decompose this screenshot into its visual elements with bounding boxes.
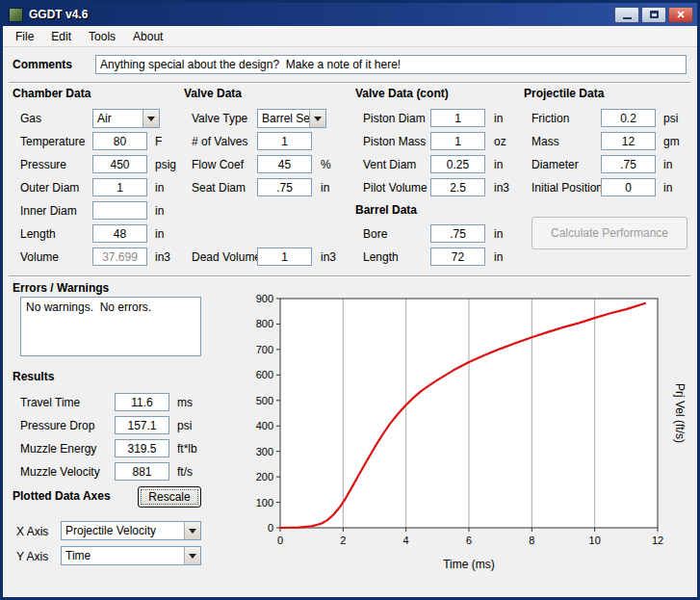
svg-text:400: 400 [256,420,273,431]
outer-diam-field[interactable] [92,178,147,196]
svg-text:600: 600 [256,369,273,380]
chamber-length-field[interactable] [92,224,147,243]
menu-edit[interactable]: Edit [42,28,80,45]
temperature-unit: F [155,135,162,148]
x-axis-dropdown-button[interactable] [184,522,200,539]
svg-text:4: 4 [403,535,409,546]
travel-time-field [115,393,169,411]
inner-diam-field[interactable] [92,201,147,220]
y-axis-dropdown-button[interactable] [184,547,200,564]
barrel-length-field[interactable] [430,248,485,266]
pressure-drop-field [115,416,169,434]
inner-diam-unit: in [155,204,164,218]
piston-mass-field[interactable] [430,132,485,150]
chamber-data-title: Chamber Data [13,87,91,100]
svg-text:200: 200 [256,471,273,483]
svg-text:10: 10 [589,535,601,546]
errors-warnings-title: Errors / Warnings [13,281,109,295]
vent-diam-field[interactable] [430,155,485,173]
x-axis-select[interactable]: Projectile Velocity [61,521,201,540]
diameter-unit: in [663,158,672,171]
errors-warnings-textarea[interactable]: No warnings. No errors. [20,297,201,356]
piston-diam-field[interactable] [430,109,485,127]
close-button[interactable]: ✕ [668,7,693,23]
x-axis-value: Projectile Velocity [65,524,156,537]
svg-text:700: 700 [256,344,273,355]
minimize-icon [623,17,632,19]
titlebar[interactable]: GGDT v4.6 ✕ [3,3,697,26]
rescale-button[interactable]: Rescale [138,486,201,508]
piston-mass-label: Piston Mass [363,135,426,148]
outer-diam-label: Outer Diam [20,181,79,195]
friction-field[interactable] [601,109,656,127]
dead-volume-unit: in3 [321,250,336,264]
volume-label: Volume [20,250,59,264]
pressure-field[interactable] [92,155,147,173]
window-title: GGDT v4.6 [29,8,88,21]
bore-unit: in [494,227,503,241]
dead-volume-field[interactable] [257,248,312,266]
seat-diam-field[interactable] [257,178,312,196]
svg-text:100: 100 [256,497,273,509]
muzzle-velocity-label: Muzzle Velocity [20,465,100,479]
minimize-button[interactable] [614,7,639,23]
gas-value: Air [97,112,112,125]
valve-type-select[interactable]: Barrel Seal [257,109,326,128]
temperature-field[interactable] [92,132,147,150]
initial-position-label: Initial Position [531,181,603,195]
flow-coef-label: Flow Coef [192,158,244,171]
menu-tools[interactable]: Tools [80,28,124,45]
vent-diam-label: Vent Diam [363,158,416,171]
diameter-field[interactable] [601,155,656,173]
pilot-volume-unit: in3 [494,181,509,195]
svg-text:500: 500 [256,395,273,406]
valve-type-label: Valve Type [192,112,247,125]
comments-input[interactable] [95,55,687,74]
muzzle-energy-field [115,439,169,457]
menu-about[interactable]: About [124,28,171,45]
calculate-performance-button[interactable]: Calculate Performance [531,217,687,249]
piston-diam-label: Piston Diam [363,112,426,125]
chart-x-axis-label: Time (ms) [411,558,527,571]
valve-data-cont-title: Valve Data (cont) [355,87,449,100]
barrel-length-label: Length [363,250,399,264]
flow-coef-field[interactable] [257,155,312,173]
chevron-down-icon [314,117,322,121]
svg-text:300: 300 [256,446,273,457]
muzzle-energy-label: Muzzle Energy [20,442,96,456]
gas-dropdown-button[interactable] [143,110,159,127]
y-axis-value: Time [65,549,91,562]
window-controls: ✕ [614,7,693,23]
mass-field[interactable] [601,132,656,150]
piston-mass-unit: oz [494,135,506,148]
pressure-label: Pressure [20,158,66,171]
friction-label: Friction [531,112,569,125]
maximize-icon [650,11,659,18]
x-axis-label: X Axis [16,525,48,538]
bore-field[interactable] [430,224,485,243]
svg-text:900: 900 [256,293,273,304]
menu-file[interactable]: File [7,28,42,45]
client-area: Comments Chamber Data Gas Air Temperatur… [3,47,697,597]
maximize-button[interactable] [641,7,666,23]
pilot-volume-field[interactable] [430,178,485,196]
num-valves-field[interactable] [257,132,312,150]
svg-text:2: 2 [340,535,346,546]
app-window: GGDT v4.6 ✕ File Edit Tools About Commen… [0,0,700,600]
chevron-down-icon [147,117,155,121]
svg-text:0: 0 [277,535,283,546]
chamber-length-label: Length [20,227,56,241]
chevron-down-icon [189,529,196,534]
num-valves-label: # of Valves [192,135,247,148]
divider-top [9,82,690,84]
y-axis-label: Y Axis [16,550,48,563]
volume-unit: in3 [155,250,170,264]
svg-text:6: 6 [466,535,472,546]
app-icon [9,8,23,22]
gas-select[interactable]: Air [92,109,160,128]
svg-text:0: 0 [268,522,273,534]
y-axis-select[interactable]: Time [61,546,201,565]
valve-type-dropdown-button[interactable] [309,110,325,127]
chart-panel: 0246810120100200300400500600700800900 Ti… [230,285,693,591]
initial-position-field[interactable] [601,178,656,196]
